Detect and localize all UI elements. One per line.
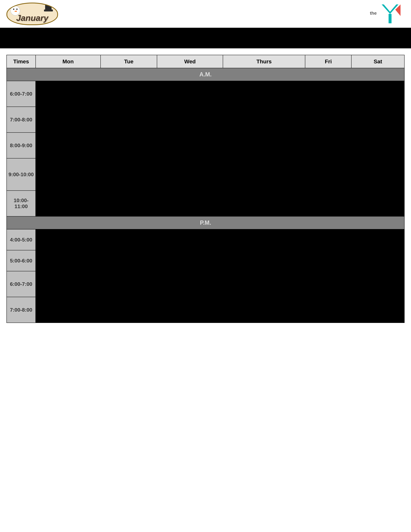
am-section-header: A.M. bbox=[7, 68, 404, 81]
time-cell-9-10: 9:00-10:00 bbox=[7, 158, 36, 190]
content-cell-tue-4-5 bbox=[101, 229, 157, 250]
table-row: 10:00-11:00 bbox=[7, 190, 404, 216]
content-cell-thurs-4-5 bbox=[223, 229, 305, 250]
table-row: 6:00-7:00 bbox=[7, 271, 404, 297]
content-cell-mon-8-9 bbox=[36, 133, 101, 158]
header-left: January bbox=[6, 3, 58, 25]
time-cell-6-7: 6:00-7:00 bbox=[7, 81, 36, 107]
pm-section-header: P.M. bbox=[7, 216, 404, 229]
time-cell-7-8: 7:00-8:00 bbox=[7, 107, 36, 133]
content-cell-wed-8-9 bbox=[157, 133, 223, 158]
content-cell-wed-7-8-pm bbox=[157, 297, 223, 323]
table-row: 6:00-7:00 bbox=[7, 81, 404, 107]
header-right: the bbox=[375, 3, 405, 25]
content-cell-thurs-7-8-pm bbox=[223, 297, 305, 323]
page: January the bbox=[0, 0, 411, 532]
table-row: 4:00-5:00 bbox=[7, 229, 404, 250]
content-cell-thurs-9-10 bbox=[223, 158, 305, 190]
time-cell-6-7-pm: 6:00-7:00 bbox=[7, 271, 36, 297]
content-cell-tue-5-6 bbox=[101, 250, 157, 271]
table-row: 5:00-6:00 bbox=[7, 250, 404, 271]
content-cell-mon-7-8 bbox=[36, 107, 101, 133]
content-cell-mon-6-7-pm bbox=[36, 271, 101, 297]
content-cell-sat-10-11 bbox=[351, 190, 404, 216]
content-cell-tue-7-8 bbox=[101, 107, 157, 133]
content-cell-tue-6-7-pm bbox=[101, 271, 157, 297]
schedule-container: Times Mon Tue Wed Thurs Fri Sat A.M. 6:0… bbox=[0, 48, 411, 329]
schedule-table: Times Mon Tue Wed Thurs Fri Sat A.M. 6:0… bbox=[6, 55, 405, 323]
col-header-wed: Wed bbox=[157, 55, 223, 68]
content-cell-mon-5-6 bbox=[36, 250, 101, 271]
content-cell-wed-4-5 bbox=[157, 229, 223, 250]
svg-rect-1 bbox=[389, 14, 392, 23]
am-label: A.M. bbox=[7, 68, 404, 81]
content-cell-sat-9-10 bbox=[351, 158, 404, 190]
content-cell-wed-7-8 bbox=[157, 107, 223, 133]
snowman-hat-icon bbox=[44, 4, 52, 11]
table-row: 9:00-10:00 bbox=[7, 158, 404, 190]
content-cell-sat-8-9 bbox=[351, 133, 404, 158]
time-cell-4-5: 4:00-5:00 bbox=[7, 229, 36, 250]
table-row: 7:00-8:00 bbox=[7, 107, 404, 133]
content-cell-thurs-6-7 bbox=[223, 81, 305, 107]
content-cell-wed-6-7-pm bbox=[157, 271, 223, 297]
content-cell-sat-7-8-pm bbox=[351, 297, 404, 323]
content-cell-tue-6-7 bbox=[101, 81, 157, 107]
content-cell-sat-6-7-pm bbox=[351, 271, 404, 297]
content-cell-sat-6-7 bbox=[351, 81, 404, 107]
content-cell-fri-10-11 bbox=[305, 190, 351, 216]
january-logo: January bbox=[6, 3, 58, 25]
content-cell-thurs-5-6 bbox=[223, 250, 305, 271]
col-header-sat: Sat bbox=[351, 55, 404, 68]
time-cell-7-8-pm: 7:00-8:00 bbox=[7, 297, 36, 323]
content-cell-thurs-7-8 bbox=[223, 107, 305, 133]
ymca-y-icon bbox=[380, 3, 401, 24]
content-cell-sat-4-5 bbox=[351, 229, 404, 250]
time-cell-5-6: 5:00-6:00 bbox=[7, 250, 36, 271]
content-cell-mon-6-7 bbox=[36, 81, 101, 107]
table-row: 7:00-8:00 bbox=[7, 297, 404, 323]
content-cell-fri-8-9 bbox=[305, 133, 351, 158]
content-cell-wed-9-10 bbox=[157, 158, 223, 190]
content-cell-wed-5-6 bbox=[157, 250, 223, 271]
content-cell-fri-9-10 bbox=[305, 158, 351, 190]
col-header-thurs: Thurs bbox=[223, 55, 305, 68]
content-cell-fri-6-7-pm bbox=[305, 271, 351, 297]
content-cell-tue-8-9 bbox=[101, 133, 157, 158]
content-cell-wed-10-11 bbox=[157, 190, 223, 216]
content-cell-fri-7-8 bbox=[305, 107, 351, 133]
content-cell-thurs-10-11 bbox=[223, 190, 305, 216]
content-cell-thurs-8-9 bbox=[223, 133, 305, 158]
the-label: the bbox=[370, 11, 377, 16]
content-cell-fri-4-5 bbox=[305, 229, 351, 250]
content-cell-tue-7-8-pm bbox=[101, 297, 157, 323]
content-cell-tue-9-10 bbox=[101, 158, 157, 190]
table-header-row: Times Mon Tue Wed Thurs Fri Sat bbox=[7, 55, 404, 68]
header: January the bbox=[0, 0, 411, 29]
time-cell-8-9: 8:00-9:00 bbox=[7, 133, 36, 158]
col-header-fri: Fri bbox=[305, 55, 351, 68]
col-header-mon: Mon bbox=[36, 55, 101, 68]
col-header-tue: Tue bbox=[101, 55, 157, 68]
content-cell-mon-10-11 bbox=[36, 190, 101, 216]
content-cell-mon-9-10 bbox=[36, 158, 101, 190]
table-row: 8:00-9:00 bbox=[7, 133, 404, 158]
col-header-times: Times bbox=[7, 55, 36, 68]
content-cell-tue-10-11 bbox=[101, 190, 157, 216]
content-cell-fri-6-7 bbox=[305, 81, 351, 107]
time-cell-10-11: 10:00-11:00 bbox=[7, 190, 36, 216]
content-cell-fri-7-8-pm bbox=[305, 297, 351, 323]
content-cell-sat-5-6 bbox=[351, 250, 404, 271]
month-label: January bbox=[16, 13, 48, 23]
content-cell-sat-7-8 bbox=[351, 107, 404, 133]
pm-label: P.M. bbox=[7, 216, 404, 229]
ymca-logo: the bbox=[375, 3, 405, 25]
content-cell-wed-6-7 bbox=[157, 81, 223, 107]
content-cell-mon-4-5 bbox=[36, 229, 101, 250]
content-cell-mon-7-8-pm bbox=[36, 297, 101, 323]
header-gap bbox=[0, 29, 411, 48]
content-cell-fri-5-6 bbox=[305, 250, 351, 271]
content-cell-thurs-6-7-pm bbox=[223, 271, 305, 297]
